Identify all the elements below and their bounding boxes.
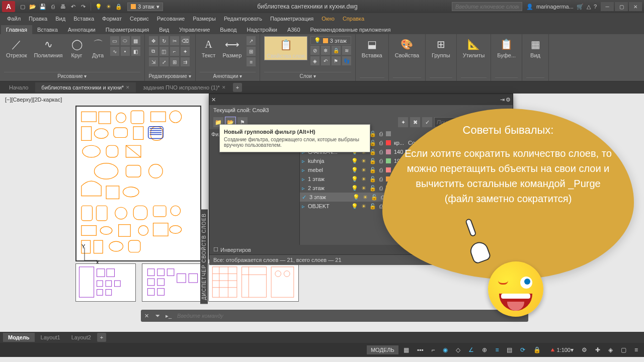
cycle-icon[interactable]: ⟳ [517,345,528,355]
scale-icon[interactable]: ⤢ [159,57,169,66]
layer-walk-icon[interactable]: 👣 [342,56,351,65]
ortho-icon[interactable]: ⌐ [428,345,438,355]
tab-home[interactable]: Главная [1,25,32,34]
maximize-button[interactable]: ▢ [615,2,628,11]
thumbnail[interactable] [208,263,299,302]
new-icon[interactable]: ▢ [18,2,27,11]
panel-annot-title[interactable]: Аннотации ▾ [200,72,256,80]
tab-addons[interactable]: Надстройки [242,25,282,34]
menu-insert[interactable]: Вставка [69,14,98,23]
tab-view[interactable]: Вид [154,25,174,34]
menu-dim[interactable]: Размеры [189,14,220,23]
minimize-button[interactable]: ─ [601,2,614,11]
tab-annot[interactable]: Аннотации [63,25,101,34]
layer-off-icon[interactable]: ⊘ [310,46,319,55]
polyline-button[interactable]: ∿Полилиния [32,36,64,59]
thumbnail[interactable] [142,263,202,302]
viewport-label[interactable]: [−][Сверху][2D-каркас] [5,97,62,103]
array-icon[interactable]: ⊞ [170,57,179,66]
grid-icon[interactable]: ▦ [400,345,412,355]
menu-format[interactable]: Формат [98,14,126,23]
menu-modify[interactable]: Редактировать [220,14,266,23]
transp-icon[interactable]: ▤ [504,345,515,355]
close-button[interactable]: ✕ [629,2,642,11]
erase-icon[interactable]: ⌫ [181,36,190,45]
rect-icon[interactable]: ▭ [110,36,119,45]
line-button[interactable]: ／Отрезок [4,36,29,59]
menu-help[interactable]: Справка [339,14,368,23]
clean-icon[interactable]: ▢ [618,345,629,355]
layer-prev-icon[interactable]: ↶ [321,56,330,65]
track-icon[interactable]: ∠ [465,345,477,355]
explode-icon[interactable]: ✦ [181,47,190,56]
status-model[interactable]: МОДЕЛЬ [367,345,398,354]
utils-button[interactable]: 📐Утилиты [461,36,487,59]
properties-button[interactable]: 🎨Свойства [393,36,421,59]
redo-icon[interactable]: ↷ [78,2,88,11]
help-icon[interactable]: ? [594,4,597,10]
ucs-icon[interactable]: YX [80,244,101,265]
close-icon[interactable]: ✕ [126,85,130,90]
scale-label[interactable]: 🔺 1:100 ▾ [546,345,577,355]
tab-output[interactable]: Вывод [215,25,242,34]
layer-match-icon[interactable]: ≋ [342,46,351,55]
close-icon[interactable]: ✕ [222,85,226,90]
tab-layout2[interactable]: Layout2 [66,333,96,342]
print-icon[interactable]: 🖶 [58,2,67,11]
panel-layers-title[interactable]: Слои ▾ [264,72,351,80]
tab-rec[interactable]: Рекомендованные приложения [305,25,396,34]
stretch-icon[interactable]: ⇲ [149,57,158,66]
snap-icon[interactable]: ▪▪▪ [414,345,427,355]
osnap-icon[interactable]: ◇ [453,345,463,355]
spline-icon[interactable]: ∿ [110,47,119,56]
undo-icon[interactable]: ↶ [68,2,77,11]
tab-model[interactable]: Модель [3,333,35,342]
dim-button[interactable]: ⟷Размер [221,36,244,59]
add-tab-button[interactable]: + [233,83,242,92]
palette-pin-icon[interactable]: ⇥ [500,97,505,103]
panel-draw-title[interactable]: Рисование ▾ [4,72,140,80]
circle-button[interactable]: ◯Круг [68,36,86,59]
lweight-icon[interactable]: ≡ [492,345,502,355]
offset-icon[interactable]: ⇉ [181,57,190,66]
arc-button[interactable]: ⌒Дуга [89,36,107,59]
point-icon[interactable]: • [121,47,130,56]
fillet-icon[interactable]: ⌐ [170,47,179,56]
palette-gear-icon[interactable]: ⚙ [506,97,511,103]
ellipse-icon[interactable]: ⬭ [121,36,130,45]
rotate-icon[interactable]: ↻ [159,36,169,45]
mtext-icon[interactable]: ≡ [247,57,256,66]
text-button[interactable]: AТекст [200,36,218,59]
tab-library[interactable]: библиотека сантехники и кухни*✕ [35,82,136,93]
thumbnail[interactable] [75,263,136,302]
tab-insert[interactable]: Вставка [32,25,63,34]
menu-service[interactable]: Сервис [126,14,153,23]
tab-task[interactable]: задания ПЧО исправлено (1)*✕ [137,82,232,93]
palette-side-label[interactable]: ДИСПЕТЧЕР СВОЙСТВ СЛОЕВ [200,209,208,304]
hatch-icon[interactable]: ▦ [131,36,140,45]
save-icon[interactable]: 💾 [38,2,47,11]
annoscale-icon[interactable]: 🔒 [530,345,544,355]
groups-button[interactable]: ⊞Группы [430,36,452,59]
mirror-icon[interactable]: ◫ [159,47,169,56]
user-area[interactable]: 👤 marinagerma... 🛒 △ ? [526,4,597,10]
insert-block-button[interactable]: ⬓Вставка [360,36,384,59]
layer-lock-icon[interactable]: 🔒 [332,46,341,55]
layer-properties-button[interactable]: 📋Свойства слоя [264,36,307,60]
copy-icon[interactable]: ⧉ [149,47,158,56]
cmd-close-icon[interactable]: ✕ [141,310,152,321]
cmd-recent-icon[interactable]: ⏷ [152,310,163,321]
panel-modify-title[interactable]: Редактирование ▾ [149,72,191,80]
ribbon-layer-combo[interactable]: 💡3 этаж [310,36,351,45]
move-icon[interactable]: ✥ [149,36,158,45]
leader-icon[interactable]: ↗ [247,36,256,45]
tab-param[interactable]: Параметризация [101,25,154,34]
bulb-icon[interactable]: 💡 [94,2,103,11]
saveas-icon[interactable]: ⎙ [48,2,57,11]
add-layout-button[interactable]: + [97,333,106,342]
layer-iso-icon[interactable]: ◈ [310,56,319,65]
open-icon[interactable]: 📂 [28,2,37,11]
layer-freeze-icon[interactable]: ❄ [321,46,330,55]
dyn-icon[interactable]: ⊕ [479,345,490,355]
menu-file[interactable]: Файл [3,14,25,23]
